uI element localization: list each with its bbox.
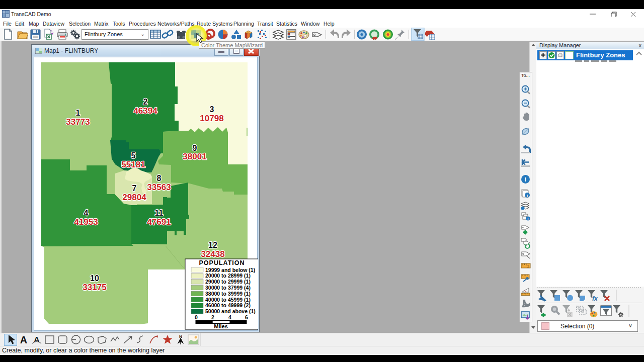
svg-text:4: 4 — [84, 209, 89, 217]
svg-text:20000 to 28999 (1): 20000 to 28999 (1) — [205, 273, 251, 279]
svg-text:1: 1 — [76, 109, 80, 117]
svg-text:32438: 32438 — [201, 249, 224, 259]
svg-text:41953: 41953 — [74, 217, 98, 227]
svg-text:10: 10 — [90, 274, 99, 283]
svg-text:40000 to 45999 (1): 40000 to 45999 (1) — [205, 297, 251, 303]
svg-text:A: A — [20, 334, 27, 345]
svg-text:i: i — [525, 176, 526, 183]
svg-text:12: 12 — [208, 241, 217, 249]
svg-text:47691: 47691 — [147, 217, 171, 227]
svg-text:19999 and below (1): 19999 and below (1) — [205, 267, 255, 273]
svg-text:6: 6 — [245, 314, 248, 320]
svg-text:50000 and above (1): 50000 and above (1) — [205, 308, 256, 314]
svg-text:Miles: Miles — [214, 323, 228, 329]
svg-text:9: 9 — [193, 144, 197, 152]
svg-text:11: 11 — [155, 209, 164, 217]
svg-text:46000 to 49999 (2): 46000 to 49999 (2) — [205, 302, 251, 308]
svg-text:30000 to 37999 (4): 30000 to 37999 (4) — [205, 285, 251, 291]
svg-text:10798: 10798 — [200, 114, 223, 123]
svg-text:2: 2 — [143, 98, 148, 106]
svg-text:fx: fx — [592, 295, 598, 302]
svg-text:POPULATION: POPULATION — [199, 259, 245, 266]
svg-text:33773: 33773 — [66, 117, 90, 127]
svg-text:0: 0 — [195, 314, 198, 320]
svg-text:2: 2 — [211, 314, 214, 320]
svg-text:33175: 33175 — [83, 283, 106, 292]
svg-text:4: 4 — [228, 314, 231, 320]
svg-text:29804: 29804 — [122, 193, 146, 202]
svg-text:i: i — [527, 194, 528, 198]
svg-text:7: 7 — [132, 184, 137, 193]
svg-text:8: 8 — [157, 174, 162, 183]
svg-text:38000 to 39999 (1): 38000 to 39999 (1) — [205, 291, 251, 297]
svg-text:5: 5 — [131, 151, 136, 160]
svg-text:55181: 55181 — [121, 160, 145, 169]
svg-text:33563: 33563 — [147, 183, 171, 192]
svg-text:i: i — [528, 217, 529, 221]
svg-text:29000 to 29999 (1): 29000 to 29999 (1) — [205, 279, 251, 285]
svg-text:38001: 38001 — [183, 152, 206, 161]
svg-text:3: 3 — [210, 105, 214, 114]
svg-text:46394: 46394 — [133, 106, 157, 116]
